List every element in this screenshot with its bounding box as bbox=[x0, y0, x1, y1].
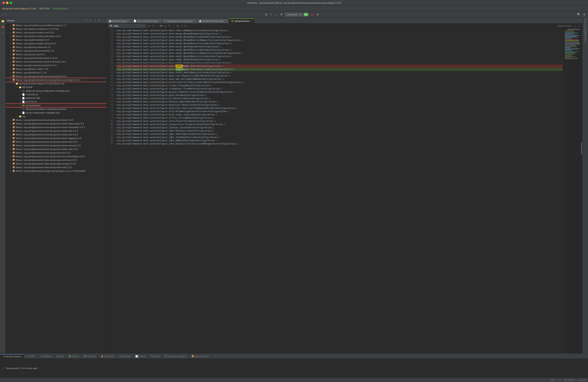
search-whole-word[interactable]: W bbox=[151, 24, 155, 27]
search-highlight[interactable]: ⬚ bbox=[172, 24, 175, 27]
tree-item[interactable]: ▸ 📦 Maven: org.projectlombok:lombok:1.18… bbox=[6, 56, 107, 60]
tree-item[interactable]: ▸ 📦 Maven: org.objenesis:objenesis:3.2 bbox=[6, 45, 107, 49]
bottom-tab-dependencies[interactable]: 📦 Dependencies bbox=[189, 354, 212, 359]
forward-button[interactable]: › bbox=[5, 13, 8, 16]
tree-item[interactable]: ▸ 📦 Maven: org.mockito:mockito-junit-jup… bbox=[6, 34, 107, 38]
minimize-button[interactable] bbox=[6, 2, 8, 4]
reader-mode-button[interactable]: Reader Mode bbox=[556, 24, 572, 27]
project-close[interactable]: × bbox=[102, 19, 105, 22]
tab-overflow[interactable]: ⋮ bbox=[577, 20, 581, 23]
search-regex[interactable]: .* bbox=[142, 24, 145, 27]
search-prev[interactable]: ▲ bbox=[163, 24, 167, 27]
tree-item[interactable]: ▸ 📦 Maven: org.springframework.boot:spri… bbox=[6, 122, 107, 126]
search-everywhere-button[interactable]: 🔍 bbox=[576, 13, 581, 16]
tree-item[interactable]: ▸ 📄 LICENSE.txt bbox=[6, 93, 107, 96]
close-button[interactable] bbox=[2, 2, 5, 4]
tab-redisprops[interactable]: ☕ RedisProperties.class × bbox=[197, 19, 229, 23]
search-filter[interactable]: ⊟ bbox=[184, 24, 187, 27]
project-settings[interactable]: ⚙ bbox=[98, 19, 101, 22]
tree-item[interactable]: ▸ 📦 Maven: org.skyscreamer:jsonassert:1.… bbox=[6, 64, 107, 67]
search-asterisk[interactable]: * bbox=[156, 24, 158, 27]
indent-settings[interactable]: 4 spaces bbox=[577, 379, 586, 381]
breadcrumb-jar[interactable]: spring-boot-autoconfigure-2.5.5.jar bbox=[2, 7, 36, 10]
editor-scrollbar[interactable] bbox=[580, 28, 582, 353]
code-area[interactable]: org.springframework.boot.autoconfigure.d… bbox=[115, 28, 564, 353]
tab-pomxml[interactable]: 📄 pom.xml (snfarming) × bbox=[131, 19, 162, 23]
tab-appdev[interactable]: ⚙ application-dev.properties × bbox=[162, 19, 197, 23]
more-run-button[interactable]: ▼ bbox=[316, 13, 320, 16]
bottom-tab-problems[interactable]: ⚠ Problems bbox=[38, 354, 55, 359]
tree-item[interactable]: ▸ 📦 Maven: org.mybatis:mybatis:3.5.6 bbox=[6, 38, 107, 42]
tab-springfactories[interactable]: 🌿 spring.factories × bbox=[229, 19, 254, 23]
bottom-tab-todo[interactable]: ☑ TODO bbox=[23, 354, 38, 359]
tree-item[interactable]: ▸ 📄 MANIFEST.MF bbox=[6, 96, 107, 100]
project-expand-all[interactable]: ⇥ bbox=[93, 19, 97, 22]
run-config-selector[interactable]: RedisTest bbox=[285, 13, 302, 17]
project-icon[interactable]: 📁 bbox=[0, 19, 5, 23]
tree-item[interactable]: ▸ 📦 Maven: org.springframework.plugin:sp… bbox=[6, 169, 107, 173]
tree-item[interactable]: ▸ 📦 Maven: org.springframework.boot:spri… bbox=[6, 74, 107, 78]
align-both-button[interactable]: ⊥ bbox=[274, 13, 278, 16]
tree-item[interactable]: ▸ 📦 Maven: org.reactivestreams:reactive-… bbox=[6, 60, 107, 64]
tree-item[interactable]: ▸ 📄 spring-configuration-metadata.json bbox=[6, 111, 107, 114]
tree-item[interactable]: ▸ {} additional-spring-configuration-met… bbox=[6, 89, 107, 93]
tree-item[interactable]: ▸ 📁 org bbox=[6, 114, 107, 118]
tree-item[interactable]: ▸ 🌿 spring.factories bbox=[6, 104, 107, 107]
debug-button[interactable]: 🐞 bbox=[310, 13, 315, 16]
tree-item[interactable]: ▸ 📦 Maven: org.springframework.boot:spri… bbox=[6, 133, 107, 136]
tree-item[interactable]: ▸ 📦 Maven: org.springframework.boot:spri… bbox=[6, 151, 107, 155]
tree-item[interactable]: ▸ 📦 Maven: org.springframework.boot:spri… bbox=[6, 155, 107, 158]
tree-item[interactable]: ▸ 📦 Maven: org.opentest4j:opentest4j:1.2… bbox=[6, 49, 107, 53]
tree-item[interactable]: ▸ 📦 Maven: org.springframework.boot:spri… bbox=[6, 144, 107, 147]
toggle-project-button[interactable]: ⊞ bbox=[264, 13, 268, 16]
run-button[interactable]: ▶ bbox=[303, 13, 308, 16]
line-endings[interactable]: LF bbox=[558, 379, 561, 381]
bottom-tab-database-changes[interactable]: 🗄 Database Changes bbox=[162, 354, 189, 359]
tree-item[interactable]: ▸ 📦 Maven: org.springframework.data:spri… bbox=[6, 162, 107, 166]
scrollbar-thumb[interactable] bbox=[581, 142, 582, 154]
tree-item[interactable]: ▸ 📦 Maven: org.mybatis:mybatis-spring:2.… bbox=[6, 42, 107, 45]
tree-item[interactable]: ▸ 📦 Maven: org.springframework.boot:spri… bbox=[6, 129, 107, 133]
close-tab-pomxml[interactable]: × bbox=[159, 20, 160, 22]
charset[interactable]: ISO-8859-1 bbox=[564, 379, 575, 381]
tree-item[interactable]: ▸ 📦 Maven: org.springframework.boot:spri… bbox=[6, 118, 107, 122]
bottom-tab-build[interactable]: 🔨 Build bbox=[148, 354, 162, 359]
bookmarks-icon[interactable]: 🔖 bbox=[0, 24, 5, 29]
search-options-1[interactable]: |¶| bbox=[176, 24, 179, 27]
bottom-tab-endpoints[interactable]: ⚡ Endpoints bbox=[98, 354, 117, 359]
tree-item[interactable]: ▸ 📦 Maven: org.springframework.boot:spri… bbox=[6, 140, 107, 144]
bottom-tab-terminal[interactable]: ⌨ Terminal bbox=[81, 354, 98, 359]
tree-item[interactable]: ▸ 📦 Maven: org.springframework.boot:spri… bbox=[6, 147, 107, 151]
tree-item[interactable]: ▸ 📄 NOTICE.txt bbox=[6, 100, 107, 104]
tree-item[interactable]: ▾ 📁 spring-boot-autoconfigure-2.5.5.jar … bbox=[6, 82, 107, 85]
bottom-tab-profiler[interactable]: 📊 Profiler bbox=[133, 354, 148, 359]
maven-panel-button[interactable]: Maven bbox=[583, 19, 588, 23]
tab-redistest[interactable]: ☕ RedisTest.java × bbox=[107, 19, 131, 23]
close-tab-appdev[interactable]: × bbox=[194, 20, 195, 22]
tree-item[interactable]: ▸ 📦 Maven: org.mapstruct:mapstruct:1.2.0… bbox=[6, 27, 107, 31]
bottom-tab-version-control[interactable]: ⎇ Version Control bbox=[0, 354, 23, 359]
search-match-case[interactable]: Aa bbox=[147, 24, 151, 27]
close-tab-redistest[interactable]: × bbox=[128, 20, 129, 22]
search-next[interactable]: ▼ bbox=[168, 24, 171, 27]
tree-item[interactable]: ▸ 📦 Maven: org.springframework.boot:spri… bbox=[6, 136, 107, 140]
tree-item[interactable]: ▾ 📦 Maven: org.springframework.boot:spri… bbox=[6, 78, 107, 82]
close-tab-springfactories[interactable]: × bbox=[251, 20, 252, 22]
tree-item[interactable]: ▸ 📦 Maven: org.springframework.boot:spri… bbox=[6, 126, 107, 129]
close-search[interactable]: × bbox=[578, 24, 581, 27]
back-button[interactable]: ‹ bbox=[2, 13, 4, 16]
cursor-position[interactable]: 63:57 bbox=[550, 379, 556, 381]
reader-mode-checkmark[interactable]: ✓ bbox=[573, 24, 577, 27]
align-top-button[interactable]: ⊤ bbox=[269, 13, 273, 16]
tree-item[interactable]: ▸ 📦 Maven: org.springframework.data:spri… bbox=[6, 158, 107, 162]
breadcrumb-springfactories[interactable]: spring.factories bbox=[53, 7, 68, 10]
maximize-button[interactable] bbox=[10, 2, 12, 4]
tree-item[interactable]: ▸ 📦 Maven: org.junit.platform:junit-plat… bbox=[6, 23, 107, 27]
close-tab-redisprops[interactable]: × bbox=[225, 20, 227, 22]
search-clear[interactable]: × bbox=[139, 24, 141, 27]
search-input[interactable] bbox=[113, 25, 138, 27]
tree-item[interactable]: ▸ 📦 Maven: org.slf4j:jul-to-slf4j:1.7.32 bbox=[6, 67, 107, 71]
tree-item[interactable]: ▾ 📁 META-INF bbox=[6, 85, 107, 89]
notifications-panel-button[interactable]: Notifications bbox=[583, 35, 588, 40]
bottom-tab-services[interactable]: ⚙ Services bbox=[117, 354, 133, 359]
